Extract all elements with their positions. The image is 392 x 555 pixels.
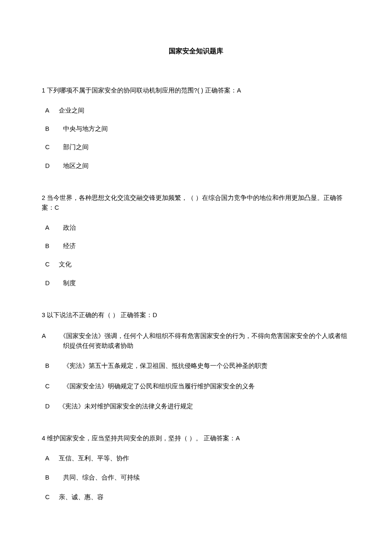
question-block-2: 2 当今世界，各种思想文化交流交融交锋更加频繁，（ ）在综合国力竞争中的地位和作… — [42, 193, 350, 288]
question-body: 下列哪项不属于国家安全的协同联动机制应用的范围?( ) 正确答案：A — [47, 87, 241, 94]
option-text: 制度 — [63, 280, 76, 286]
option-letter: C — [45, 260, 59, 269]
option-text: 部门之间 — [63, 144, 89, 150]
option-letter: A — [45, 454, 59, 463]
option-c: C文化 — [42, 260, 350, 269]
option-c: C部门之间 — [42, 142, 350, 152]
option-text: 共同、综合、合作、可持续 — [63, 474, 140, 481]
question-number: 2 — [42, 194, 45, 201]
option-text: 地区之间 — [63, 162, 89, 169]
question-body: 以下说法不正确的有（ ） 正确答案：D — [47, 312, 157, 318]
option-text: 《宪法》第五十五条规定，保卫祖国、抵抗侵略史每一个公民神圣的职责 — [63, 362, 268, 369]
option-text: 亲、诚、惠、容 — [59, 494, 104, 500]
question-block-3: 3 以下说法不正确的有（ ） 正确答案：D A《国家安全法》强调，任何个人和组织… — [42, 310, 350, 411]
option-text: 政治 — [63, 224, 76, 231]
option-a: A《国家安全法》强调，任何个人和组织不得有危害国家安全的行为，不得向危害国家安全… — [42, 331, 350, 351]
option-text: 文化 — [59, 261, 72, 268]
option-c: C亲、诚、惠、容 — [42, 492, 350, 502]
option-letter: D — [45, 402, 59, 411]
option-text: 互信、互利、平等、协作 — [59, 455, 129, 462]
option-a: A政治 — [42, 223, 350, 233]
option-c: C《国家安全法》明确规定了公民和组织应当履行维护国家安全的义务 — [42, 382, 350, 391]
option-text: 企业之间 — [59, 107, 84, 114]
option-text: 经济 — [63, 243, 76, 249]
option-letter: A — [45, 223, 63, 233]
question-number: 1 — [42, 87, 45, 94]
option-d: D《宪法》未对维护国家安全的法律义务进行规定 — [42, 402, 350, 411]
option-text: 《国家安全法》明确规定了公民和组织应当履行维护国家安全的义务 — [63, 383, 255, 390]
option-letter: A — [42, 331, 60, 341]
question-body: 当今世界，各种思想文化交流交融交锋更加频繁，（ ）在综合国力竞争中的地位和作用更… — [42, 194, 343, 211]
option-letter: C — [45, 382, 63, 391]
option-text: 中央与地方之间 — [63, 125, 108, 132]
option-b: B共同、综合、合作、可持续 — [42, 473, 350, 483]
question-block-4: 4 维护国家安全，应当坚持共同安全的原则，坚持（ ）。 正确答案：A A互信、互… — [42, 434, 350, 502]
option-letter: D — [45, 161, 63, 171]
option-letter: B — [45, 361, 63, 371]
option-letter: B — [45, 241, 63, 251]
option-letter: C — [45, 142, 63, 152]
question-number: 4 — [42, 435, 45, 442]
option-b: B经济 — [42, 241, 350, 251]
question-text: 2 当今世界，各种思想文化交流交融交锋更加频繁，（ ）在综合国力竞争中的地位和作… — [42, 193, 350, 213]
option-letter: B — [45, 473, 63, 483]
option-b: B《宪法》第五十五条规定，保卫祖国、抵抗侵略史每一个公民神圣的职责 — [42, 361, 350, 371]
question-text: 3 以下说法不正确的有（ ） 正确答案：D — [42, 310, 350, 320]
question-body: 维护国家安全，应当坚持共同安全的原则，坚持（ ）。 正确答案：A — [47, 435, 240, 442]
option-text: 《国家安全法》强调，任何个人和组织不得有危害国家安全的行为，不得向危害国家安全的… — [60, 332, 347, 349]
question-block-1: 1 下列哪项不属于国家安全的协同联动机制应用的范围?( ) 正确答案：A A企业… — [42, 86, 350, 171]
option-letter: B — [45, 124, 63, 134]
option-b: B中央与地方之间 — [42, 124, 350, 134]
document-title: 国家安全知识题库 — [42, 46, 350, 57]
option-letter: A — [45, 106, 59, 116]
option-text: 《宪法》未对维护国家安全的法律义务进行规定 — [59, 403, 193, 410]
question-text: 4 维护国家安全，应当坚持共同安全的原则，坚持（ ）。 正确答案：A — [42, 434, 350, 443]
question-text: 1 下列哪项不属于国家安全的协同联动机制应用的范围?( ) 正确答案：A — [42, 86, 350, 95]
option-a: A互信、互利、平等、协作 — [42, 454, 350, 463]
option-letter: D — [45, 278, 63, 288]
option-d: D地区之间 — [42, 161, 350, 171]
option-d: D制度 — [42, 278, 350, 288]
option-letter: C — [45, 492, 59, 502]
option-a: A企业之间 — [42, 106, 350, 116]
question-number: 3 — [42, 312, 45, 318]
